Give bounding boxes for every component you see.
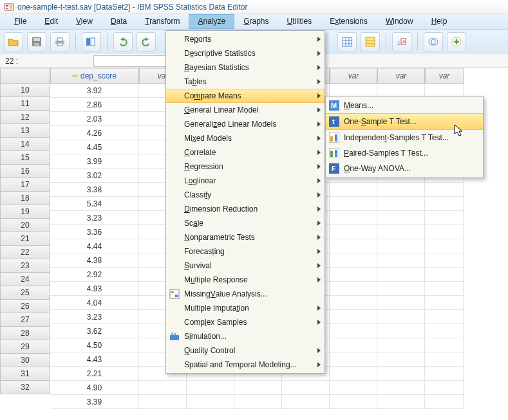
mi-complex[interactable]: Complex Samples xyxy=(166,315,325,329)
grid-button-2[interactable] xyxy=(361,32,380,51)
mi-nonparametric[interactable]: Nonparametric Tests xyxy=(166,230,325,244)
cell-dep-score[interactable]: 2.21 xyxy=(50,367,139,381)
cell-dep-score[interactable]: 4.43 xyxy=(50,352,139,367)
cell-empty[interactable] xyxy=(330,268,377,282)
menu-analyze[interactable]: Analyze xyxy=(189,14,234,29)
cell-dep-score[interactable]: 4.38 xyxy=(50,253,139,268)
cell-dep-score[interactable]: 4.44 xyxy=(50,239,139,253)
col-var[interactable]: var xyxy=(377,68,425,84)
mi-regression[interactable]: Regression xyxy=(166,160,325,174)
row-header[interactable]: 31 xyxy=(0,367,50,381)
row-header[interactable]: 30 xyxy=(0,353,50,367)
menu-utilities[interactable]: Utilities xyxy=(278,14,321,29)
mi-dimension[interactable]: Dimension Reduction xyxy=(166,202,325,216)
cell-empty[interactable] xyxy=(330,338,377,352)
cell-dep-score[interactable]: 4.50 xyxy=(50,338,139,352)
cell-dep-score[interactable]: 4.45 xyxy=(50,140,139,154)
mi-one-sample-t[interactable]: tOne-Sample T Test... xyxy=(326,113,483,130)
open-button[interactable] xyxy=(4,32,23,51)
cell-empty[interactable] xyxy=(425,381,464,395)
cell-empty[interactable] xyxy=(234,395,282,409)
cell-empty[interactable] xyxy=(377,282,425,296)
cell-empty[interactable] xyxy=(377,324,425,338)
cell-empty[interactable] xyxy=(330,253,377,268)
sets-button[interactable] xyxy=(424,32,443,51)
mi-genlm[interactable]: Generalized Linear Models xyxy=(166,117,325,131)
menu-help[interactable]: Help xyxy=(422,14,456,29)
add-button[interactable] xyxy=(447,32,466,51)
cell-empty[interactable] xyxy=(425,395,464,409)
save-button[interactable] xyxy=(27,32,46,51)
grid-button-1[interactable] xyxy=(337,32,357,51)
cell-empty[interactable] xyxy=(377,381,425,395)
cell-empty[interactable] xyxy=(377,310,425,324)
mi-tables[interactable]: Tables xyxy=(166,75,325,89)
cell-dep-score[interactable]: 4.90 xyxy=(50,381,139,395)
cell-empty[interactable] xyxy=(330,225,377,239)
cell-empty[interactable] xyxy=(139,395,187,409)
mi-scale[interactable]: Scale xyxy=(166,216,325,230)
cell-empty[interactable] xyxy=(377,367,425,381)
cell-empty[interactable] xyxy=(377,225,425,239)
mi-paired-t[interactable]: Paired-Samples T Test... xyxy=(326,145,483,161)
variables-button[interactable]: 1A xyxy=(392,32,411,51)
cell-empty[interactable] xyxy=(425,310,464,324)
menu-extensions[interactable]: Extensions xyxy=(321,14,377,29)
cell-empty[interactable] xyxy=(377,352,425,367)
cell-empty[interactable] xyxy=(377,253,425,268)
cell-empty[interactable] xyxy=(282,395,330,409)
mi-correlate[interactable]: Correlate xyxy=(166,145,325,160)
data-view-button[interactable] xyxy=(82,32,101,51)
row-header[interactable]: 16 xyxy=(0,164,50,178)
row-header[interactable]: 25 xyxy=(0,286,50,300)
cell-empty[interactable] xyxy=(425,183,464,197)
row-header[interactable]: 19 xyxy=(0,205,50,219)
cell-dep-score[interactable]: 3.36 xyxy=(50,225,139,239)
cell-dep-score[interactable]: 2.03 xyxy=(50,112,139,126)
mi-anova[interactable]: FOne-Way ANOVA... xyxy=(326,161,483,176)
cell-empty[interactable] xyxy=(377,268,425,282)
cell-empty[interactable] xyxy=(377,211,425,225)
cell-empty[interactable] xyxy=(377,183,425,197)
cell-empty[interactable] xyxy=(377,239,425,253)
cell-empty[interactable] xyxy=(330,239,377,253)
mi-missing[interactable]: Missing Value Analysis... xyxy=(166,287,325,301)
cell-empty[interactable] xyxy=(425,225,464,239)
cell-empty[interactable] xyxy=(377,296,425,310)
mi-multiresponse[interactable]: Multiple Response xyxy=(166,273,325,287)
cell-empty[interactable] xyxy=(330,197,377,211)
undo-button[interactable] xyxy=(113,32,133,51)
mi-forecasting[interactable]: Forecasting xyxy=(166,244,325,259)
mi-spatial[interactable]: Spatial and Temporal Modeling... xyxy=(166,358,325,372)
cell-empty[interactable] xyxy=(330,395,377,409)
row-header[interactable]: 32 xyxy=(0,380,50,394)
redo-button[interactable] xyxy=(136,32,156,51)
print-button[interactable] xyxy=(50,32,70,51)
row-header[interactable]: 10 xyxy=(0,83,50,97)
cell-empty[interactable] xyxy=(330,381,377,395)
row-header[interactable]: 20 xyxy=(0,218,50,232)
cell-empty[interactable] xyxy=(425,324,464,338)
cell-empty[interactable] xyxy=(187,395,234,409)
cell-dep-score[interactable]: 3.92 xyxy=(50,84,139,98)
cell-dep-score[interactable]: 4.26 xyxy=(50,126,139,140)
row-header[interactable]: 13 xyxy=(0,123,50,138)
menu-data[interactable]: Data xyxy=(102,14,136,29)
cell-dep-score[interactable]: 4.04 xyxy=(50,296,139,310)
cell-empty[interactable] xyxy=(425,296,464,310)
mi-compare-means[interactable]: Compare Means xyxy=(166,89,325,103)
mi-reports[interactable]: Reports xyxy=(166,32,325,46)
cell-empty[interactable] xyxy=(330,211,377,225)
row-header[interactable]: 11 xyxy=(0,96,50,111)
cell-dep-score[interactable]: 3.99 xyxy=(50,154,139,169)
row-header[interactable]: 23 xyxy=(0,259,50,273)
mi-quality[interactable]: Quality Control xyxy=(166,343,325,358)
row-header[interactable]: 21 xyxy=(0,232,50,246)
cell-empty[interactable] xyxy=(330,183,377,197)
cell-dep-score[interactable]: 3.38 xyxy=(50,183,139,197)
mi-independent-t[interactable]: Independent-Samples T Test... xyxy=(326,130,483,145)
menu-edit[interactable]: Edit xyxy=(35,14,67,29)
cell-dep-score[interactable]: 3.39 xyxy=(50,395,139,409)
col-var[interactable]: var xyxy=(425,68,464,84)
cell-dep-score[interactable]: 2.86 xyxy=(50,98,139,112)
